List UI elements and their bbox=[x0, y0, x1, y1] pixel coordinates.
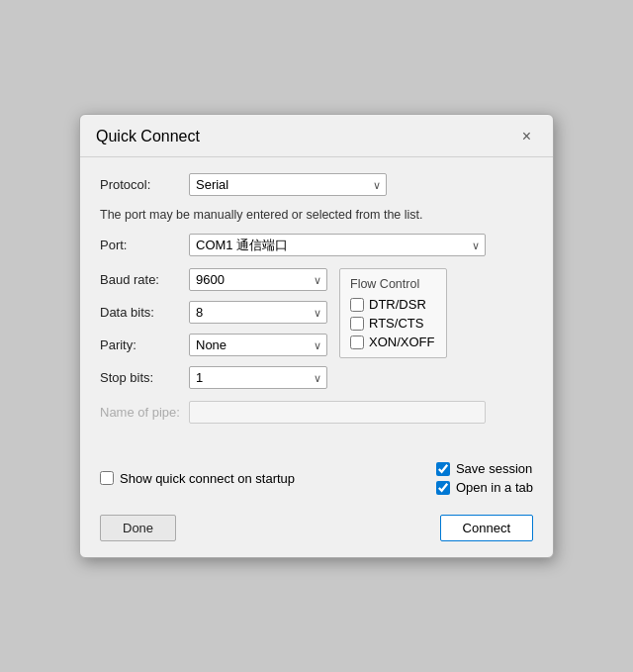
stopbits-select[interactable]: 1 1.5 2 bbox=[189, 366, 327, 389]
close-button[interactable]: × bbox=[516, 127, 537, 146]
rts-checkbox[interactable] bbox=[350, 317, 364, 331]
parity-row: Parity: None Even Odd Mark Space bbox=[100, 334, 327, 356]
protocol-label: Protocol: bbox=[100, 177, 189, 192]
right-footer: Save session Open in a tab bbox=[436, 461, 533, 495]
databits-label: Data bits: bbox=[100, 305, 189, 320]
stopbits-label: Stop bits: bbox=[100, 370, 189, 385]
baud-select[interactable]: 9600 1200 2400 4800 19200 38400 57600 11… bbox=[189, 268, 327, 291]
open-in-tab-label[interactable]: Open in a tab bbox=[436, 480, 533, 495]
baud-select-wrapper: 9600 1200 2400 4800 19200 38400 57600 11… bbox=[189, 268, 327, 291]
xon-label[interactable]: XON/XOFF bbox=[369, 335, 434, 349]
hint-text: The port may be manually entered or sele… bbox=[100, 208, 533, 222]
save-session-label[interactable]: Save session bbox=[436, 461, 532, 476]
dialog-body: Protocol: Serial Telnet SSH Named pipe T… bbox=[80, 157, 553, 557]
stopbits-select-wrapper: 1 1.5 2 bbox=[189, 366, 327, 389]
parity-select[interactable]: None Even Odd Mark Space bbox=[189, 334, 327, 356]
port-select[interactable]: COM1 通信端口 bbox=[189, 234, 486, 256]
dtr-checkbox[interactable] bbox=[350, 298, 364, 312]
stopbits-row: Stop bits: 1 1.5 2 bbox=[100, 366, 327, 389]
rts-label[interactable]: RTS/CTS bbox=[369, 316, 423, 331]
xon-checkbox[interactable] bbox=[350, 336, 364, 349]
quick-connect-dialog: Quick Connect × Protocol: Serial Telnet … bbox=[79, 114, 554, 558]
baud-label: Baud rate: bbox=[100, 272, 189, 287]
dtr-label[interactable]: DTR/DSR bbox=[369, 297, 426, 312]
flow-control-box: Flow Control DTR/DSR RTS/CTS XON/XOFF bbox=[339, 268, 447, 358]
footer-row: Show quick connect on startup Save sessi… bbox=[100, 453, 533, 495]
pipe-label: Name of pipe: bbox=[100, 405, 189, 420]
baud-row: Baud rate: 9600 1200 2400 4800 19200 384… bbox=[100, 268, 327, 291]
flow-xon-row: XON/XOFF bbox=[350, 335, 434, 349]
serial-options: Baud rate: 9600 1200 2400 4800 19200 384… bbox=[100, 268, 327, 389]
protocol-row: Protocol: Serial Telnet SSH Named pipe bbox=[100, 173, 533, 196]
port-select-wrapper: COM1 通信端口 bbox=[189, 234, 486, 256]
protocol-select[interactable]: Serial Telnet SSH Named pipe bbox=[189, 173, 387, 196]
dialog-title: Quick Connect bbox=[96, 128, 200, 145]
flow-dtr-row: DTR/DSR bbox=[350, 297, 434, 312]
open-in-tab-checkbox[interactable] bbox=[436, 481, 450, 495]
parity-select-wrapper: None Even Odd Mark Space bbox=[189, 334, 327, 356]
done-button[interactable]: Done bbox=[100, 515, 176, 541]
title-bar: Quick Connect × bbox=[80, 115, 553, 157]
flow-control-title: Flow Control bbox=[350, 277, 434, 291]
show-on-startup-label[interactable]: Show quick connect on startup bbox=[100, 471, 295, 486]
port-label: Port: bbox=[100, 238, 189, 252]
port-row: Port: COM1 通信端口 bbox=[100, 234, 533, 256]
databits-select[interactable]: 8 5 6 7 bbox=[189, 301, 327, 324]
pipe-row: Name of pipe: bbox=[100, 401, 533, 424]
button-row: Done Connect bbox=[100, 511, 533, 541]
databits-select-wrapper: 8 5 6 7 bbox=[189, 301, 327, 324]
pipe-input[interactable] bbox=[189, 401, 486, 424]
parity-label: Parity: bbox=[100, 337, 189, 352]
flow-rts-row: RTS/CTS bbox=[350, 316, 434, 331]
save-session-checkbox[interactable] bbox=[436, 462, 450, 476]
databits-row: Data bits: 8 5 6 7 bbox=[100, 301, 327, 324]
protocol-select-wrapper: Serial Telnet SSH Named pipe bbox=[189, 173, 387, 196]
connect-button[interactable]: Connect bbox=[440, 515, 533, 541]
show-on-startup-checkbox[interactable] bbox=[100, 471, 114, 485]
